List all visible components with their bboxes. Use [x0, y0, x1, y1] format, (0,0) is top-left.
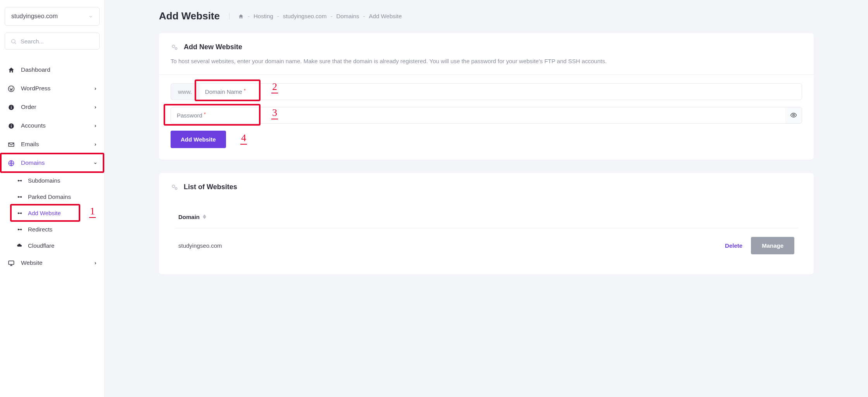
domain-input-wrap: Domain Name*	[199, 83, 802, 100]
svg-rect-7	[11, 125, 12, 127]
breadcrumb-sep: -	[248, 13, 250, 19]
breadcrumb: - Hosting - studyingseo.com - Domains - …	[229, 13, 402, 20]
sidebar-item-domains[interactable]: Domains	[5, 154, 100, 172]
search-input[interactable]	[21, 38, 94, 45]
svg-marker-31	[203, 217, 206, 219]
domain-selector[interactable]: studyingseo.com	[5, 7, 100, 26]
info-icon	[7, 122, 16, 129]
breadcrumb-item[interactable]: Hosting	[254, 13, 273, 19]
wordpress-icon	[7, 85, 16, 92]
add-website-card: Add New Website To host several websites…	[159, 33, 814, 160]
home-icon[interactable]	[238, 13, 244, 20]
sidebar-item-wordpress[interactable]: WordPress	[5, 79, 100, 98]
svg-rect-12	[19, 180, 21, 181]
link-icon	[16, 209, 24, 216]
column-header-domain[interactable]: Domain	[174, 206, 798, 228]
subnav-item-add-website[interactable]: Add Website 1	[5, 205, 100, 221]
card-title: Add New Website	[184, 43, 242, 51]
card-description: To host several websites, enter your dom…	[159, 51, 814, 74]
domain-field-row: www. Domain Name* 2	[171, 83, 802, 100]
breadcrumb-item[interactable]: studyingseo.com	[283, 13, 327, 19]
add-website-button[interactable]: Add Website	[171, 131, 226, 148]
card-body: www. Domain Name* 2 Password*	[159, 74, 814, 160]
svg-point-28	[172, 185, 175, 188]
domain-selector-value: studyingseo.com	[11, 13, 58, 20]
svg-point-27	[792, 114, 794, 116]
svg-point-5	[11, 105, 12, 106]
card-title: List of Websites	[184, 183, 237, 191]
sidebar-item-label: Order	[21, 104, 93, 110]
card-header: List of Websites	[159, 173, 814, 199]
sidebar-item-website[interactable]: Website	[5, 254, 100, 272]
sidebar-item-label: Dashboard	[21, 66, 97, 73]
subnav-item-subdomains[interactable]: Subdomains	[5, 172, 100, 188]
sidebar-item-dashboard[interactable]: Dashboard	[5, 60, 100, 79]
chevron-right-icon	[93, 123, 97, 128]
breadcrumb-item: Add Website	[369, 13, 402, 19]
svg-rect-4	[11, 107, 12, 109]
subnav-item-label: Parked Domains	[28, 193, 71, 200]
svg-point-25	[172, 45, 175, 48]
sort-icon	[203, 214, 206, 219]
breadcrumb-sep: -	[277, 13, 279, 19]
password-input[interactable]	[171, 107, 785, 124]
annotation-number: 1	[89, 205, 96, 218]
eye-icon	[790, 112, 797, 119]
page-header: Add Website - Hosting - studyingseo.com …	[159, 10, 814, 22]
sidebar-item-order[interactable]: Order	[5, 98, 100, 116]
svg-point-0	[12, 39, 15, 43]
subnav-item-label: Cloudflare	[28, 242, 54, 249]
globe-icon	[7, 159, 16, 167]
www-prefix: www.	[171, 83, 199, 100]
manage-button[interactable]: Manage	[751, 237, 794, 254]
sidebar-item-label: Emails	[21, 141, 93, 148]
svg-point-26	[175, 48, 177, 50]
sidebar-item-accounts[interactable]: Accounts	[5, 116, 100, 135]
breadcrumb-item[interactable]: Domains	[336, 13, 359, 19]
breadcrumb-sep: -	[330, 13, 332, 19]
svg-line-1	[15, 43, 16, 44]
list-websites-card: List of Websites Domain studyingseo.com …	[159, 173, 814, 274]
sidebar: studyingseo.com Dashboard WordPress	[0, 0, 105, 397]
sidebar-item-label: Accounts	[21, 122, 93, 129]
link-icon	[16, 193, 24, 200]
nav: Dashboard WordPress Order Accounts Email…	[5, 60, 100, 272]
chevron-down-icon	[88, 13, 93, 20]
svg-rect-18	[19, 213, 21, 213]
mail-icon	[7, 140, 16, 148]
sidebar-item-label: WordPress	[21, 85, 93, 92]
row-actions: Delete Manage	[725, 237, 794, 254]
sidebar-item-label: Domains	[21, 159, 93, 166]
home-icon	[7, 66, 16, 74]
chevron-right-icon	[93, 86, 97, 91]
subnav-item-parked-domains[interactable]: Parked Domains	[5, 188, 100, 205]
card-header: Add New Website	[159, 33, 814, 51]
gears-icon	[171, 43, 178, 51]
monitor-icon	[7, 259, 16, 267]
search-box[interactable]	[5, 33, 100, 50]
svg-point-29	[175, 188, 177, 190]
subnav-item-redirects[interactable]: Redirects	[5, 221, 100, 237]
domain-name-input[interactable]	[199, 83, 802, 100]
breadcrumb-sep: -	[363, 13, 365, 19]
toggle-password-visibility-button[interactable]	[785, 107, 802, 124]
chevron-down-icon	[93, 160, 97, 166]
search-icon	[10, 38, 17, 45]
link-icon	[16, 177, 24, 184]
annotation-number: 4	[240, 132, 247, 145]
sidebar-item-label: Website	[21, 259, 93, 266]
password-field-row: Password* 3	[171, 107, 802, 124]
chevron-right-icon	[93, 142, 97, 147]
cloud-icon	[16, 242, 24, 249]
svg-marker-30	[203, 215, 206, 217]
subnav-item-label: Subdomains	[28, 177, 60, 184]
list-body: Domain studyingseo.com Delete Manage	[159, 199, 814, 274]
subnav-item-label: Redirects	[28, 226, 52, 233]
password-input-wrap: Password*	[171, 107, 785, 124]
main-content: Add Website - Hosting - studyingseo.com …	[105, 0, 868, 397]
link-icon	[16, 226, 24, 233]
subnav-item-label: Add Website	[28, 210, 61, 216]
sidebar-item-emails[interactable]: Emails	[5, 135, 100, 154]
delete-link[interactable]: Delete	[725, 242, 742, 249]
subnav-item-cloudflare[interactable]: Cloudflare	[5, 237, 100, 254]
